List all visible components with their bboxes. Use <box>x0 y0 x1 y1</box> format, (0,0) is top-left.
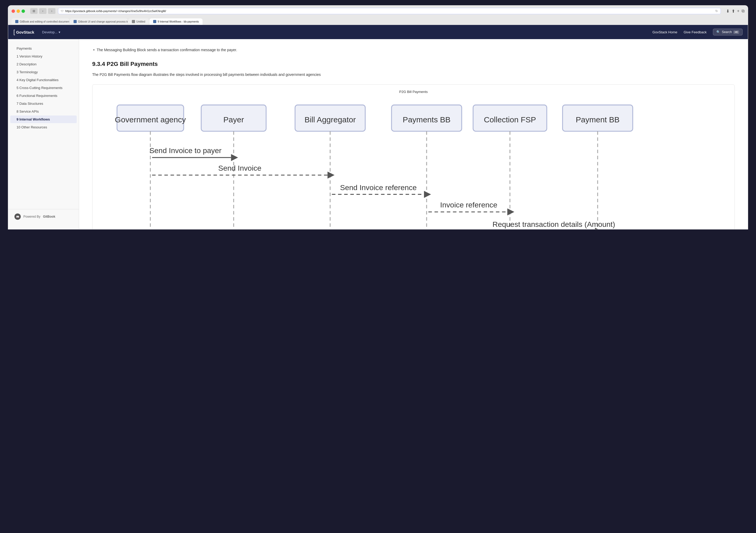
sidebar-footer: 📖 Powered By GitBook <box>8 209 79 224</box>
svg-text:Send Invoice to payer: Send Invoice to payer <box>149 147 222 155</box>
forward-button[interactable]: › <box>48 8 55 14</box>
svg-text:Request transaction details (A: Request transaction details (Amount) <box>493 220 615 228</box>
p2g-diagram-container: P2G Bill Payments Government agency Paye… <box>92 84 735 229</box>
logo-bracket: [ <box>14 29 14 36</box>
svg-text:Send Invoice: Send Invoice <box>218 164 261 172</box>
traffic-light-close[interactable] <box>12 10 15 13</box>
sidebar-item-functional[interactable]: 6 Functional Requirements <box>10 92 77 99</box>
url-text: https://govstack.gitbook.io/bb-payments/… <box>65 10 166 13</box>
sidebar-item-key-digital[interactable]: 4 Key Digital Functionalities <box>10 76 77 84</box>
give-feedback-link[interactable]: Give Feedback <box>684 30 706 34</box>
tab-bar: GitBook and editing of controlled docume… <box>12 17 744 25</box>
search-icon: 🔍 <box>716 30 720 34</box>
tab-favicon-3 <box>132 20 135 23</box>
back-button[interactable]: ‹ <box>39 8 46 14</box>
sidebar-toggle-button[interactable]: ⊞ <box>30 8 38 14</box>
svg-text:Send Invoice reference: Send Invoice reference <box>340 183 417 192</box>
svg-text:Invoice reference: Invoice reference <box>440 201 498 209</box>
svg-marker-25 <box>424 191 431 198</box>
traffic-light-fullscreen[interactable] <box>21 10 25 13</box>
windows-button[interactable]: ⧉ <box>742 9 744 13</box>
search-shortcut: ⌘K <box>733 31 739 34</box>
svg-marker-19 <box>231 154 238 161</box>
sidebar-item-description[interactable]: 2 Description <box>10 60 77 68</box>
nav-develop-dropdown[interactable]: Develop... ▾ <box>42 30 60 34</box>
address-bar[interactable]: 🛡 https://govstack.gitbook.io/bb-payment… <box>58 8 721 14</box>
new-tab-button[interactable]: + <box>737 9 740 13</box>
header-right: GovStack Home Give Feedback 🔍 Search ⌘K <box>653 29 742 36</box>
sidebar-item-payments[interactable]: Payments <box>10 45 77 52</box>
svg-text:Collection FSP: Collection FSP <box>484 116 536 124</box>
diagram-title: P2G Bill Payments <box>98 90 729 94</box>
sidebar-item-data-structures[interactable]: 7 Data Structures <box>10 100 77 107</box>
sidebar-item-internal-workflows[interactable]: 9 Internal Workflows <box>10 116 77 123</box>
tab-favicon-1 <box>15 20 18 23</box>
chevron-down-icon: ▾ <box>59 30 60 34</box>
svg-text:Payments BB: Payments BB <box>403 116 450 124</box>
sidebar-item-other-resources[interactable]: 10 Other Resources <box>10 123 77 131</box>
app-body: Payments 1 Version History 2 Description… <box>8 39 748 229</box>
logo[interactable]: [ GovStack <box>14 29 34 36</box>
svg-text:Payer: Payer <box>223 116 244 124</box>
section-heading: 9.3.4 P2G Bill Payments <box>92 58 735 67</box>
section-description: The P2G Bill Payments flow diagram illus… <box>92 72 735 78</box>
svg-text:Government agency: Government agency <box>115 116 186 124</box>
reload-icon[interactable]: ↻ <box>715 9 718 13</box>
traffic-light-minimize[interactable] <box>16 10 20 13</box>
search-button[interactable]: 🔍 Search ⌘K <box>713 29 742 36</box>
govstack-home-link[interactable]: GovStack Home <box>653 30 677 34</box>
sidebar-item-cross-cutting[interactable]: 5 Cross-Cutting Requirements <box>10 84 77 92</box>
tab-favicon-2 <box>73 20 77 23</box>
sidebar: Payments 1 Version History 2 Description… <box>8 39 79 229</box>
gitbook-logo-icon: 📖 <box>14 213 21 220</box>
sidebar-item-version-history[interactable]: 1 Version History <box>10 53 77 60</box>
security-icon: 🛡 <box>61 10 64 13</box>
app-header: [ GovStack Develop... ▾ GovStack Home Gi… <box>8 25 748 39</box>
download-button[interactable]: ⬇ <box>726 9 729 13</box>
svg-text:Bill Aggregator: Bill Aggregator <box>305 116 356 124</box>
sequence-diagram: Government agency Payer Bill Aggregator … <box>98 98 729 229</box>
sidebar-item-service-apis[interactable]: 8 Service APIs <box>10 108 77 115</box>
sidebar-item-terminology[interactable]: 3 Terminology <box>10 68 77 76</box>
content-bullet-messaging: The Messaging Building Block sends a tra… <box>92 47 735 53</box>
svg-marker-22 <box>328 172 335 179</box>
sidebar-navigation: Payments 1 Version History 2 Description… <box>8 44 79 209</box>
main-content: The Messaging Building Block sends a tra… <box>79 39 748 229</box>
svg-marker-28 <box>507 208 514 216</box>
share-button[interactable]: ⬆ <box>732 9 735 13</box>
tab-untitled[interactable]: Untitled <box>128 18 149 25</box>
tab-gitbook-editing[interactable]: GitBook and editing of controlled docume… <box>12 18 69 25</box>
svg-text:Payment BB: Payment BB <box>576 116 620 124</box>
tab-gitbook-training[interactable]: Gitbook UI and change approval process t… <box>70 18 128 25</box>
tab-favicon-4 <box>153 20 156 23</box>
tab-internal-workflows[interactable]: 9 Internal Workflows - bb-payments <box>149 18 202 25</box>
